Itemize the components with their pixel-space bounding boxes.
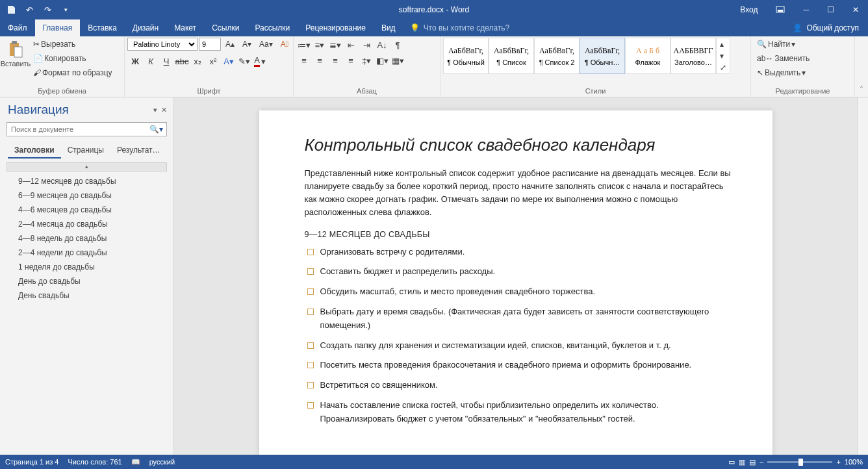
clear-format-icon[interactable]: A⃠	[277, 38, 292, 51]
zoom-slider[interactable]	[767, 461, 832, 463]
tab-mailings[interactable]: Рассылки	[247, 19, 298, 36]
maximize-icon[interactable]: ☐	[818, 0, 843, 19]
styles-gallery-scroll[interactable]: ▴ ▾ ⤢	[716, 38, 730, 74]
checkbox-icon[interactable]	[307, 288, 314, 295]
checkbox-icon[interactable]	[307, 309, 314, 315]
sort-icon[interactable]: A↓	[374, 38, 390, 52]
checkbox-icon[interactable]	[307, 249, 314, 255]
indent-inc-icon[interactable]: ⇥	[359, 38, 374, 52]
nav-item[interactable]: День свадьбы	[6, 288, 167, 303]
align-left-icon[interactable]: ≡	[296, 53, 312, 68]
tab-layout[interactable]: Макет	[166, 19, 204, 36]
checkbox-icon[interactable]	[307, 362, 314, 368]
text-effects-icon[interactable]: A▾	[221, 54, 236, 68]
style-list2[interactable]: АаБбВвГг,¶ Список 2	[534, 38, 580, 74]
undo-icon[interactable]: ↶	[21, 1, 38, 18]
scroll-down-icon[interactable]: ▾	[717, 50, 730, 62]
zoom-out-icon[interactable]: −	[760, 458, 763, 466]
shading-icon[interactable]: ◧▾	[374, 53, 390, 68]
grow-font-icon[interactable]: A▴	[222, 38, 238, 51]
shrink-font-icon[interactable]: A▾	[239, 38, 255, 51]
tab-review[interactable]: Рецензирование	[298, 19, 374, 36]
cut-button[interactable]: ✂Вырезать	[30, 38, 116, 51]
align-right-icon[interactable]: ≡	[327, 53, 343, 68]
document-area[interactable]: Контрольный список свадебного календаря …	[174, 97, 857, 455]
italic-icon[interactable]: К	[143, 54, 159, 68]
justify-icon[interactable]: ≡	[343, 53, 359, 68]
nav-collapse-bar[interactable]: ▴	[6, 162, 167, 171]
tab-view[interactable]: Вид	[374, 19, 403, 36]
nav-item[interactable]: 2—4 месяца до свадьбы	[6, 217, 167, 231]
format-painter-button[interactable]: 🖌Формат по образцу	[30, 66, 116, 79]
find-button[interactable]: 🔍Найти ▾	[754, 38, 813, 51]
tell-me-search[interactable]: 💡 Что вы хотите сделать?	[403, 19, 517, 36]
underline-icon[interactable]: Ч	[159, 54, 174, 68]
nav-search-input[interactable]	[7, 123, 146, 136]
align-center-icon[interactable]: ≡	[312, 53, 327, 68]
word-count[interactable]: Число слов: 761	[68, 458, 121, 466]
highlight-icon[interactable]: ✎▾	[236, 54, 252, 68]
bullets-icon[interactable]: ≔▾	[296, 38, 312, 52]
nav-close-icon[interactable]: ✕	[161, 106, 167, 114]
font-name-select[interactable]: Palatino Linoty	[127, 38, 198, 51]
tab-home[interactable]: Главная	[35, 19, 81, 36]
bold-icon[interactable]: Ж	[127, 54, 143, 68]
nav-item[interactable]: 9—12 месяцев до свадьбы	[6, 174, 167, 188]
checkbox-icon[interactable]	[307, 402, 314, 409]
qat-dropdown-icon[interactable]: ▾	[57, 1, 74, 18]
nav-search[interactable]: 🔍▾	[6, 122, 167, 136]
nav-tab-headings[interactable]: Заголовки	[8, 143, 61, 158]
nav-item[interactable]: 4—6 месяцев до свадьбы	[6, 203, 167, 217]
tab-design[interactable]: Дизайн	[125, 19, 166, 36]
indent-dec-icon[interactable]: ⇤	[343, 38, 359, 52]
minimize-icon[interactable]: ─	[794, 0, 818, 19]
style-normal[interactable]: АаБбВвГг,¶ Обычный	[443, 38, 489, 74]
font-size-input[interactable]	[199, 38, 221, 51]
checkbox-icon[interactable]	[307, 382, 314, 388]
print-layout-icon[interactable]: ▥	[739, 458, 745, 466]
search-icon[interactable]: 🔍▾	[146, 123, 166, 136]
tab-file[interactable]: Файл	[0, 19, 35, 36]
replace-button[interactable]: ab↔Заменить	[754, 52, 813, 65]
zoom-in-icon[interactable]: +	[836, 458, 840, 466]
zoom-level[interactable]: 100%	[845, 458, 863, 466]
nav-tab-results[interactable]: Результат…	[110, 143, 167, 158]
numbering-icon[interactable]: ≡▾	[312, 38, 327, 52]
redo-icon[interactable]: ↷	[39, 1, 56, 18]
nav-tab-pages[interactable]: Страницы	[61, 143, 110, 158]
nav-menu-icon[interactable]: ▾	[153, 106, 157, 114]
style-heading[interactable]: ААББВВГГЗаголово…	[670, 38, 716, 74]
nav-item[interactable]: 1 неделя до свадьбы	[6, 260, 167, 274]
close-icon[interactable]: ✕	[843, 0, 868, 19]
proofing-icon[interactable]: 📖	[131, 458, 140, 466]
copy-button[interactable]: 📄Копировать	[30, 52, 116, 65]
paste-button[interactable]: Вставить	[3, 38, 29, 70]
signin-button[interactable]: Вход	[731, 0, 767, 19]
checkbox-icon[interactable]	[307, 342, 314, 349]
style-normal2[interactable]: АаБбВвГг,¶ Обычн…	[580, 38, 625, 74]
scroll-up-icon[interactable]: ▴	[717, 38, 730, 50]
nav-item[interactable]: День до свадьбы	[6, 274, 167, 288]
style-list[interactable]: АаБбВвГг,¶ Список	[489, 38, 534, 74]
ribbon-display-icon[interactable]	[767, 0, 794, 19]
read-mode-icon[interactable]: ▭	[728, 458, 735, 466]
line-spacing-icon[interactable]: ‡▾	[359, 53, 374, 68]
language-indicator[interactable]: русский	[149, 458, 175, 466]
multilevel-icon[interactable]: ≣▾	[327, 38, 343, 52]
font-color-icon[interactable]: A▾	[252, 54, 268, 68]
subscript-icon[interactable]: x₂	[190, 54, 205, 68]
style-checkbox[interactable]: А а Б бФлажок	[625, 38, 670, 74]
expand-icon[interactable]: ⤢	[717, 62, 730, 73]
share-button[interactable]: 👤 Общий доступ	[784, 19, 868, 36]
strikethrough-icon[interactable]: abc	[174, 54, 190, 68]
superscript-icon[interactable]: x²	[205, 54, 221, 68]
web-layout-icon[interactable]: ▤	[749, 458, 756, 466]
tab-insert[interactable]: Вставка	[80, 19, 125, 36]
change-case-icon[interactable]: Aa▾	[256, 38, 276, 51]
select-button[interactable]: ↖Выделить ▾	[754, 66, 813, 79]
nav-item[interactable]: 2—4 недели до свадьбы	[6, 246, 167, 260]
nav-item[interactable]: 6—9 месяцев до свадьбы	[6, 188, 167, 203]
page-indicator[interactable]: Страница 1 из 4	[5, 458, 58, 466]
show-marks-icon[interactable]: ¶	[390, 38, 405, 52]
collapse-ribbon-icon[interactable]: ˄	[855, 36, 868, 97]
